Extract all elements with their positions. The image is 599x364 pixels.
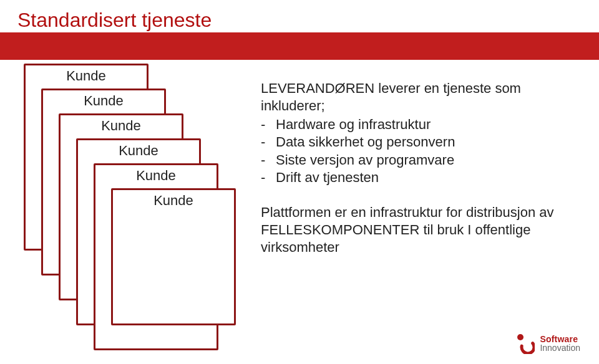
- bullet-item: - Data sikkerhet og personvern: [261, 133, 560, 151]
- customer-card-label: Kunde: [113, 193, 234, 209]
- logo-text: Software Innovation: [540, 335, 580, 352]
- bullet-text: Hardware og infrastruktur: [276, 116, 560, 133]
- customer-card: Kunde: [111, 188, 236, 325]
- logo-text-line2: Innovation: [540, 343, 580, 352]
- bullet-dash: -: [261, 133, 276, 151]
- customer-card-label: Kunde: [78, 143, 199, 159]
- title-band: [0, 32, 599, 60]
- slide: Standardisert tjeneste Kunde Kunde Kunde…: [0, 0, 599, 364]
- bullet-text: Siste versjon av programvare: [276, 151, 560, 169]
- customer-card-stack: Kunde Kunde Kunde Kunde Kunde Kunde: [24, 64, 223, 328]
- logo-mark-icon: [516, 333, 535, 354]
- bullet-text: Data sikkerhet og personvern: [276, 133, 560, 151]
- bullet-dash: -: [261, 169, 276, 186]
- bullet-item: - Hardware og infrastruktur: [261, 116, 560, 133]
- bullet-dash: -: [261, 151, 276, 169]
- svg-point-1: [519, 338, 535, 354]
- customer-card-label: Kunde: [61, 118, 182, 134]
- lead-sentence: LEVERANDØREN leverer en tjeneste som ink…: [261, 80, 560, 115]
- paragraph-2: Plattformen er en infrastruktur for dist…: [261, 204, 560, 256]
- customer-card-label: Kunde: [43, 93, 164, 109]
- bullet-item: - Siste versjon av programvare: [261, 151, 560, 169]
- bullet-item: - Drift av tjenesten: [261, 169, 560, 186]
- bullet-dash: -: [261, 116, 276, 133]
- svg-point-0: [517, 334, 524, 340]
- body-text: LEVERANDØREN leverer en tjeneste som ink…: [261, 80, 560, 257]
- slide-title: Standardisert tjeneste: [17, 9, 212, 32]
- customer-card-label: Kunde: [26, 68, 147, 84]
- customer-card-label: Kunde: [95, 168, 217, 184]
- bullet-text: Drift av tjenesten: [276, 169, 560, 186]
- brand-logo: Software Innovation: [516, 333, 580, 354]
- logo-text-line1: Software: [540, 335, 580, 343]
